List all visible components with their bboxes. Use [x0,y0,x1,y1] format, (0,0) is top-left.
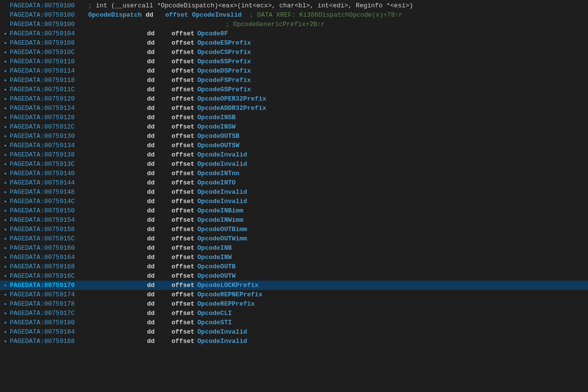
address: PAGEDATA:00759158 [10,226,88,233]
code-line[interactable]: ●PAGEDATA:00759184ddoffsetOpcodeInvalid [0,327,588,337]
code-line[interactable]: ●PAGEDATA:00759148ddoffsetOpcodeInvalid [0,187,588,197]
bullet-indicator: ● [2,181,9,185]
offset-keyword: offset [172,300,195,308]
operand: OpcodeInvalid [197,198,247,205]
operand: OpcodeREPPrefix [197,300,255,308]
mnemonic: dd [147,49,172,56]
operand: OpcodeOPER32Prefix [197,95,266,103]
code-line[interactable]: ●PAGEDATA:00759110ddoffsetOpcodeSSPrefix [0,57,588,66]
offset-keyword: offset [172,39,195,47]
code-line[interactable]: ●PAGEDATA:0075914CddoffsetOpcodeInvalid [0,197,588,206]
offset-keyword: offset [172,132,195,140]
code-line[interactable]: ●PAGEDATA:00759180ddoffsetOpcodeSTI [0,318,588,327]
code-line[interactable]: ●PAGEDATA:0075913CddoffsetOpcodeInvalid [0,159,588,169]
mnemonic: dd [147,77,172,84]
offset-keyword: offset [172,77,195,84]
code-line[interactable]: ●PAGEDATA:00759120ddoffsetOpcodeOPER32Pr… [0,94,588,104]
code-line[interactable]: ●PAGEDATA:00759108ddoffsetOpcodeESPrefix [0,38,588,48]
bullet-indicator: ● [2,255,9,260]
header-comment: ; int (__usercall *OpcodeDispatch)<eax>(… [88,2,413,9]
operand: OpcodeFSPrefix [197,77,251,84]
mnemonic: dd [147,95,172,103]
operand: OpcodeGSPrefix [197,86,251,93]
mnemonic: dd [147,142,172,149]
mnemonic: dd [147,114,172,121]
operand: OpcodeINTO [197,179,236,186]
mnemonic: dd [147,272,172,280]
code-line[interactable]: ●PAGEDATA:0075915CddoffsetOpcodeOUTWimm [0,234,588,243]
code-line[interactable]: ●PAGEDATA:0075912CddoffsetOpcodeINSW [0,122,588,131]
code-line[interactable]: PAGEDATA:00759100; int (__usercall *Opco… [0,1,588,10]
code-line[interactable]: ●PAGEDATA:00759138ddoffsetOpcodeInvalid [0,150,588,159]
mnemonic: dd [147,67,172,75]
code-line[interactable]: ●PAGEDATA:0075917CddoffsetOpcodeCLI [0,309,588,318]
code-line[interactable]: ●PAGEDATA:00759124ddoffsetOpcodeADDR32Pr… [0,104,588,113]
code-line[interactable]: ●PAGEDATA:00759154ddoffsetOpcodeINWimm [0,215,588,225]
offset-keyword: offset [172,216,195,224]
operand: offset OpcodeInvalid [165,11,242,19]
code-line[interactable]: ●PAGEDATA:00759140ddoffsetOpcodeINTnn [0,169,588,178]
address: PAGEDATA:00759128 [10,114,88,121]
code-line[interactable]: ●PAGEDATA:00759128ddoffsetOpcodeINSB [0,113,588,122]
address: PAGEDATA:00759118 [10,77,88,84]
bullet-indicator: ● [2,199,9,204]
code-line[interactable]: ●PAGEDATA:00759104ddoffsetOpcode0F [0,29,588,38]
mnemonic: dd [147,263,172,270]
mnemonic: dd [147,86,172,93]
offset-keyword: offset [172,95,195,103]
code-line[interactable]: ●PAGEDATA:00759150ddoffsetOpcodeINBimm [0,206,588,215]
code-line[interactable]: ●PAGEDATA:00759114ddoffsetOpcodeDSPrefix [0,66,588,76]
address: PAGEDATA:00759144 [10,179,88,186]
address: PAGEDATA:0075911C [10,86,88,93]
bullet-indicator: ● [2,320,9,325]
mnemonic: dd [147,338,172,345]
offset-keyword: offset [172,244,195,252]
comment: ; DATA XREF: Ki386DispatchOpcode(x)+78↑r [249,11,402,19]
code-line[interactable]: ●PAGEDATA:00759118ddoffsetOpcodeFSPrefix [0,76,588,85]
bullet-indicator: ● [2,292,9,297]
code-line[interactable]: ●PAGEDATA:00759170ddoffsetOpcodeLOCKPref… [0,281,588,290]
code-line[interactable]: ●PAGEDATA:00759160ddoffsetOpcodeINB [0,243,588,253]
address: PAGEDATA:00759114 [10,67,88,75]
bullet-indicator: ● [2,78,9,82]
operand: OpcodeINW [197,254,232,261]
code-line[interactable]: ●PAGEDATA:00759144ddoffsetOpcodeINTO [0,178,588,187]
address: PAGEDATA:0075910C [10,49,88,56]
code-line[interactable]: ●PAGEDATA:0075910CddoffsetOpcodeCSPrefix [0,48,588,57]
operand: OpcodeCSPrefix [197,49,251,56]
operand: OpcodeREPNEPrefix [197,291,263,298]
code-line[interactable]: ●PAGEDATA:00759158ddoffsetOpcodeOUTBimm [0,225,588,234]
code-line[interactable]: ●PAGEDATA:00759164ddoffsetOpcodeINW [0,253,588,262]
code-line[interactable]: ●PAGEDATA:00759134ddoffsetOpcodeOUTSW [0,141,588,150]
bullet-indicator: ● [2,125,9,129]
address: PAGEDATA:0075915C [10,235,88,242]
offset-keyword: offset [172,49,195,56]
operand: OpcodeSSPrefix [197,58,251,65]
bullet-indicator: ● [2,115,9,120]
code-line[interactable]: PAGEDATA:00759100; OpcodeGenericPrefix+2… [0,20,588,29]
address: PAGEDATA:00759154 [10,216,88,224]
bullet-indicator: ● [2,59,9,64]
mnemonic: dd [147,123,172,131]
code-line[interactable]: ●PAGEDATA:00759130ddoffsetOpcodeOUTSB [0,131,588,141]
code-line[interactable]: ●PAGEDATA:00759178ddoffsetOpcodeREPPrefi… [0,299,588,309]
offset-keyword: offset [172,291,195,298]
mnemonic: dd [147,179,172,186]
bullet-indicator: ● [2,143,9,148]
code-line[interactable]: ●PAGEDATA:0075911CddoffsetOpcodeGSPrefix [0,85,588,94]
operand: OpcodeLOCKPrefix [197,282,259,289]
offset-keyword: offset [172,235,195,242]
address: PAGEDATA:00759140 [10,170,88,177]
code-line[interactable]: PAGEDATA:00759100OpcodeDispatchdd offset… [0,10,588,20]
bullet-indicator: ● [2,106,9,110]
code-line[interactable]: ●PAGEDATA:00759188ddoffsetOpcodeInvalid [0,337,588,346]
bullet-indicator: ● [2,97,9,101]
bullet-indicator: ● [2,274,9,278]
code-line[interactable]: ●PAGEDATA:00759168ddoffsetOpcodeOUTB [0,262,588,271]
operand: OpcodeOUTBimm [197,226,247,233]
bullet-indicator: ● [2,227,9,232]
code-line[interactable]: ●PAGEDATA:0075916CddoffsetOpcodeOUTW [0,271,588,281]
offset-keyword: offset [172,282,195,289]
label-name: OpcodeDispatch [88,11,142,19]
code-line[interactable]: ●PAGEDATA:00759174ddoffsetOpcodeREPNEPre… [0,290,588,299]
